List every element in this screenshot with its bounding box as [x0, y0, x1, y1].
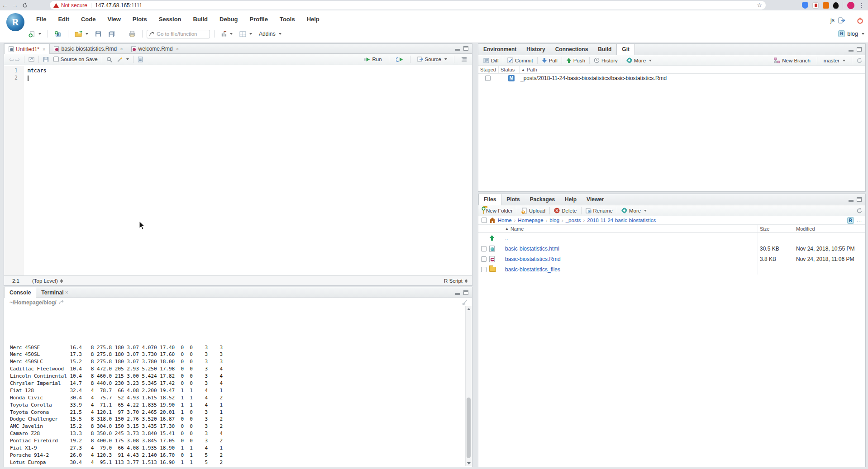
- upload-button[interactable]: Upload: [519, 207, 548, 215]
- save-button[interactable]: [93, 30, 104, 38]
- delete-button[interactable]: Delete: [552, 207, 579, 214]
- minimize-pane-icon[interactable]: [455, 293, 460, 295]
- address-bar[interactable]: Not secure 147.47.68.165:1111 ☆: [50, 1, 766, 9]
- goto-file-function-box[interactable]: [147, 30, 210, 38]
- menu-item[interactable]: View: [103, 15, 125, 24]
- tab-basic-biostatistics-rmd[interactable]: basic-biostatistics.Rmd ×: [50, 44, 127, 53]
- quit-session-icon[interactable]: [857, 17, 863, 24]
- run-button[interactable]: Run: [361, 56, 384, 63]
- commit-button[interactable]: Commit: [505, 57, 535, 64]
- tab-plots[interactable]: Plots: [501, 194, 525, 205]
- staged-checkbox[interactable]: [485, 76, 491, 81]
- url-text[interactable]: 147.47.68.165:1111: [95, 2, 142, 9]
- history-button[interactable]: History: [591, 57, 620, 64]
- version-control-button[interactable]: [219, 30, 235, 38]
- maximize-pane-icon[interactable]: [463, 290, 468, 295]
- panes-layout-button[interactable]: [237, 30, 254, 38]
- file-row-parent[interactable]: ..: [478, 233, 865, 243]
- tab-build[interactable]: Build: [593, 44, 616, 55]
- extension-shield-icon[interactable]: [802, 2, 808, 9]
- browser-forward-icon[interactable]: →: [10, 0, 20, 10]
- bookmark-star-icon[interactable]: ☆: [757, 2, 762, 9]
- minimize-pane-icon[interactable]: [455, 49, 460, 51]
- more-button[interactable]: More: [624, 57, 654, 64]
- refresh-icon[interactable]: [856, 208, 863, 214]
- code-tools-icon[interactable]: [114, 56, 131, 63]
- new-folder-button[interactable]: New Folder: [481, 207, 515, 214]
- tab-help[interactable]: Help: [560, 194, 582, 205]
- git-file-row[interactable]: M _posts/2018-11-24-basic-biostatistics/…: [478, 74, 865, 82]
- console-scrollbar[interactable]: [465, 306, 472, 466]
- close-icon[interactable]: ×: [43, 47, 45, 52]
- open-in-new-window-icon[interactable]: [26, 56, 37, 63]
- sign-out-icon[interactable]: [838, 17, 845, 24]
- document-outline-icon[interactable]: [459, 56, 469, 63]
- column-name[interactable]: ▲Name: [503, 225, 758, 232]
- rerun-button[interactable]: [394, 56, 405, 63]
- select-all-checkbox[interactable]: [482, 218, 487, 223]
- browser-reload-icon[interactable]: [20, 0, 30, 10]
- more-button[interactable]: More: [619, 207, 649, 214]
- forward-icon[interactable]: ⇨: [13, 55, 22, 64]
- minimize-pane-icon[interactable]: [849, 50, 854, 52]
- diff-button[interactable]: Diff: [481, 57, 501, 64]
- file-row-html[interactable]: basic-biostatistics.html 30.5 KB Nov 24,…: [478, 243, 865, 254]
- breadcrumb-current-dir[interactable]: 2018-11-24-basic-biostatistics: [587, 218, 656, 223]
- not-secure-label[interactable]: Not secure: [61, 2, 87, 9]
- gnome-foot-icon[interactable]: [833, 2, 839, 9]
- save-all-button[interactable]: [106, 30, 118, 38]
- tab-environment[interactable]: Environment: [478, 44, 521, 55]
- menu-item[interactable]: Profile: [245, 15, 272, 24]
- minimize-pane-icon[interactable]: [849, 200, 854, 202]
- maximize-pane-icon[interactable]: [857, 197, 862, 202]
- menu-item[interactable]: File: [32, 15, 51, 24]
- addins-button[interactable]: Addins: [257, 30, 284, 38]
- tab-git[interactable]: Git: [616, 44, 635, 55]
- browser-profile-avatar[interactable]: [847, 2, 854, 9]
- browser-menu-icon[interactable]: ⋮: [858, 2, 864, 9]
- scrollbar-thumb[interactable]: [467, 398, 471, 458]
- maximize-pane-icon[interactable]: [463, 46, 468, 51]
- breadcrumb-posts[interactable]: _posts: [566, 218, 581, 223]
- more-path-button[interactable]: ...: [857, 218, 862, 223]
- rename-button[interactable]: Rename: [583, 207, 615, 214]
- branch-selector[interactable]: master: [821, 57, 848, 64]
- print-button[interactable]: [126, 30, 138, 38]
- file-row-folder[interactable]: basic-biostatistics_files: [478, 264, 865, 275]
- new-branch-button[interactable]: New Branch: [772, 57, 813, 64]
- tab-history[interactable]: History: [521, 44, 550, 55]
- push-button[interactable]: Push: [564, 57, 587, 64]
- close-icon[interactable]: ×: [65, 289, 68, 296]
- refresh-icon[interactable]: [856, 57, 863, 64]
- file-checkbox[interactable]: [481, 256, 486, 262]
- pull-button[interactable]: Pull: [539, 57, 560, 64]
- goto-directory-icon[interactable]: [59, 300, 65, 305]
- tab-welcome-rmd[interactable]: welcome.Rmd ×: [127, 44, 183, 53]
- file-type-selector[interactable]: R Script: [444, 278, 467, 284]
- goto-file-input[interactable]: [157, 31, 206, 37]
- menu-item[interactable]: Debug: [215, 15, 242, 24]
- menu-item[interactable]: Tools: [275, 15, 300, 24]
- extension-icon[interactable]: [812, 2, 819, 9]
- new-file-button[interactable]: [26, 30, 43, 38]
- maximize-pane-icon[interactable]: [857, 47, 862, 52]
- column-size[interactable]: Size: [758, 225, 794, 232]
- scroll-up-icon[interactable]: [466, 306, 472, 312]
- save-icon[interactable]: [41, 56, 51, 63]
- tab-connections[interactable]: Connections: [550, 44, 593, 55]
- file-row-rmd[interactable]: basic-biostatistics.Rmd 3.8 KB Nov 24, 2…: [478, 254, 865, 264]
- scroll-down-icon[interactable]: [466, 460, 472, 466]
- tab-console[interactable]: Console: [4, 287, 36, 298]
- tab-viewer[interactable]: Viewer: [582, 194, 609, 205]
- project-menu[interactable]: R blog: [838, 30, 864, 37]
- breadcrumb-blog[interactable]: blog: [549, 218, 559, 223]
- tab-terminal[interactable]: Terminal ×: [36, 287, 73, 298]
- scope-selector[interactable]: (Top Level): [32, 278, 63, 284]
- extension-orange-icon[interactable]: [823, 2, 829, 9]
- menu-item[interactable]: Build: [189, 15, 213, 24]
- clear-console-icon[interactable]: [462, 299, 468, 306]
- menu-item[interactable]: Edit: [53, 15, 74, 24]
- tab-untitled1[interactable]: Untitled1* ×: [4, 44, 50, 54]
- breadcrumb-homepage[interactable]: Homepage: [518, 218, 543, 223]
- code-editor[interactable]: 1 2 mtcars: [4, 66, 472, 275]
